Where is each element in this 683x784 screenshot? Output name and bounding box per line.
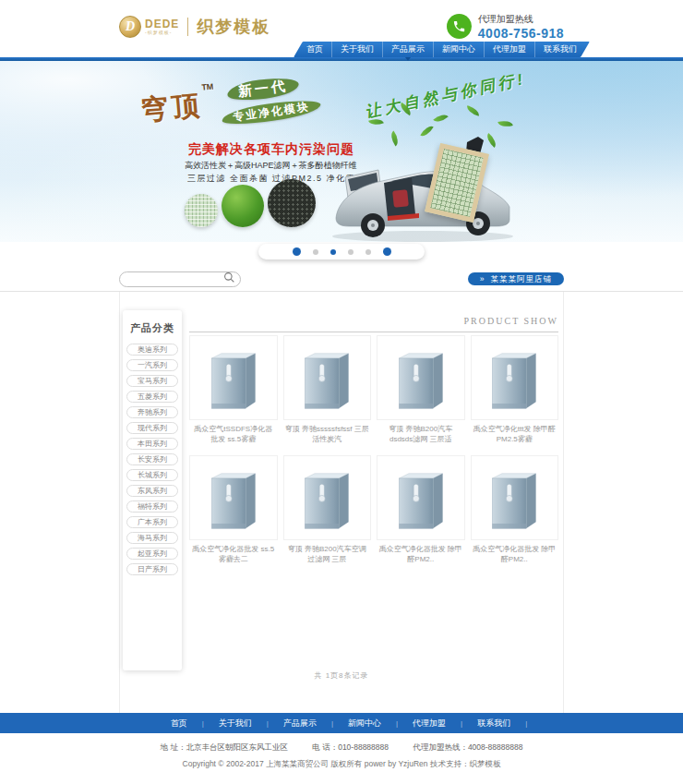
phone-icon <box>447 14 472 39</box>
search-icon[interactable] <box>223 271 235 287</box>
product-card[interactable]: 禹众空气净化器批发 除甲醛PM2.. <box>471 455 559 566</box>
product-title: 穹顶 奔驰sssssfsfssf 三层活性炭汽 <box>283 424 372 446</box>
footer-copyright: Copyright © 2002-2017 上海某某商贸公司 版权所有 powe… <box>0 759 683 770</box>
banner-brand-text: 穹顶TM <box>138 82 217 130</box>
nav-item[interactable]: 代理加盟 <box>484 42 534 57</box>
footer-nav-item[interactable]: 新闻中心 <box>348 718 381 730</box>
sidebar-category[interactable]: 起亚系列 <box>126 548 178 560</box>
search-input[interactable] <box>128 274 223 283</box>
product-card[interactable]: 禹众空气净化ttt发 除甲醛PM2.5雾霾 <box>471 335 559 446</box>
product-title: 禹众空气tSSDFS净化器批发 ss.5雾霾 <box>189 424 278 446</box>
sidebar-category[interactable]: 宝马系列 <box>126 375 178 387</box>
carousel-dot[interactable] <box>383 247 391 256</box>
footer-nav-item[interactable]: 代理加盟 <box>413 718 446 730</box>
trademark-symbol: TM <box>201 82 214 92</box>
nav-item[interactable]: 产品展示 <box>382 42 433 57</box>
category-sidebar: 产品分类 奥迪系列一汽系列宝马系列五菱系列奔驰系列现代系列本田系列长安系列长城系… <box>123 310 182 670</box>
sidebar-category[interactable]: 五菱系列 <box>126 391 178 403</box>
footer-nav-item[interactable]: 联系我们 <box>477 718 510 730</box>
product-title: 禹众空气净化ttt发 除甲醛PM2.5雾霾 <box>471 424 559 446</box>
sidebar-category[interactable]: 奔驰系列 <box>126 406 178 418</box>
leaf-decoration <box>433 111 449 126</box>
product-title: 禹众空气净化器批发 ss.5雾霾去二 <box>189 544 278 566</box>
hotline-phone: 4008-756-918 <box>478 26 564 41</box>
footer-nav-separator: | <box>331 719 333 728</box>
sidebar-category[interactable]: 一汽系列 <box>126 359 178 371</box>
site-logo[interactable]: D DEDE -织梦模板- 织梦模板 <box>119 16 270 38</box>
search-box[interactable] <box>119 271 241 287</box>
footer-tel: 电 话：010-88888888 <box>312 742 389 752</box>
carousel-dot[interactable] <box>313 249 318 255</box>
carousel-dot[interactable] <box>293 247 301 256</box>
hotline-block: 代理加盟热线 4008-756-918 <box>447 13 564 41</box>
footer-nav-separator: | <box>396 719 398 728</box>
footer-nav-separator: | <box>461 719 462 728</box>
footer-contact-line: 地 址：北京丰台区朝阳区东风工业区 电 话：010-88888888 代理加盟热… <box>0 742 683 754</box>
footer-nav-separator: | <box>267 719 269 728</box>
footer-nav-item[interactable]: 产品展示 <box>283 718 317 730</box>
carousel-dot[interactable] <box>365 249 371 255</box>
carousel-dot[interactable] <box>330 249 336 255</box>
footer-nav-item[interactable]: 首页 <box>171 718 187 730</box>
logo-coin-icon: D <box>119 16 141 38</box>
product-title: 禹众空气净化器批发 除甲醛PM2.. <box>377 544 465 566</box>
air-purifier-image <box>377 455 465 540</box>
product-card[interactable]: 穹顶 奔驰B200汽车dsdsds滤网 三层适 <box>377 335 465 446</box>
main-nav: 首页关于我们产品展示新闻中心代理加盟联系我们 <box>298 42 585 57</box>
main-nav-list: 首页关于我们产品展示新闻中心代理加盟联系我们 <box>298 42 585 57</box>
site-header: D DEDE -织梦模板- 织梦模板 代理加盟热线 4008-756-918 首… <box>0 0 683 57</box>
sidebar-category[interactable]: 福特系列 <box>126 501 178 513</box>
activated-carbon-circle <box>268 179 316 227</box>
carousel-dot[interactable] <box>348 249 353 255</box>
hotline-label: 代理加盟热线 <box>478 13 564 26</box>
main-content: 产品分类 奥迪系列一汽系列宝马系列五菱系列奔驰系列现代系列本田系列长安系列长城系… <box>119 292 564 713</box>
product-section-title: PRODUCT SHOW <box>189 316 558 332</box>
air-purifier-image <box>189 335 278 420</box>
logo-title: 织梦模板 <box>197 16 270 38</box>
tea-leaf-circle <box>222 185 264 227</box>
sidebar-title: 产品分类 <box>123 310 182 344</box>
logo-brand-subtext: -织梦模板- <box>145 30 179 35</box>
footer-info: 地 址：北京丰台区朝阳区东风工业区 电 话：010-88888888 代理加盟热… <box>0 733 683 770</box>
sidebar-category[interactable]: 现代系列 <box>126 422 178 434</box>
sidebar-category[interactable]: 东风系列 <box>126 485 178 497</box>
store-link-button[interactable]: » 某某某阿里店铺 <box>468 272 564 285</box>
nav-item[interactable]: 关于我们 <box>331 42 382 57</box>
product-card[interactable]: 禹众空气净化器批发 ss.5雾霾去二 <box>189 455 278 566</box>
sidebar-category[interactable]: 长安系列 <box>126 453 178 465</box>
category-list: 奥迪系列一汽系列宝马系列五菱系列奔驰系列现代系列本田系列长安系列长城系列东风系列… <box>123 344 182 575</box>
carousel-pager <box>258 244 425 259</box>
air-purifier-image <box>471 455 559 540</box>
product-card[interactable]: 穹顶 奔驰sssssfsfssf 三层活性炭汽 <box>283 335 372 446</box>
product-card[interactable]: 穹顶 奔驰B200汽车空调过滤网 三层 <box>283 455 372 566</box>
product-card[interactable]: 禹众空气净化器批发 除甲醛PM2.. <box>377 455 465 566</box>
nav-item[interactable]: 首页 <box>298 42 331 57</box>
air-purifier-image <box>189 455 278 540</box>
nav-item[interactable]: 新闻中心 <box>433 42 484 57</box>
banner-material-circles <box>185 179 316 227</box>
air-purifier-image <box>471 335 559 420</box>
sidebar-category[interactable]: 日产系列 <box>126 563 178 575</box>
product-title: 穹顶 奔驰B200汽车空调过滤网 三层 <box>283 544 372 566</box>
sidebar-category[interactable]: 广本系列 <box>126 516 178 528</box>
sidebar-category[interactable]: 长城系列 <box>126 469 178 481</box>
sidebar-category[interactable]: 本田系列 <box>126 438 178 450</box>
footer-nav-separator: | <box>202 719 204 728</box>
leaf-decoration <box>465 105 481 116</box>
hero-banner[interactable]: 穹顶TM 新一代 专业净化模块 完美解决各项车内污染问题 高效活性炭＋高级HAP… <box>0 61 683 242</box>
air-purifier-image <box>377 335 465 420</box>
product-card[interactable]: 禹众空气tSSDFS净化器批发 ss.5雾霾 <box>189 335 278 446</box>
sidebar-category[interactable]: 海马系列 <box>126 532 178 544</box>
double-arrow-icon: » <box>480 272 485 285</box>
logo-brand-text: DEDE <box>145 18 179 30</box>
footer-address: 地 址：北京丰台区朝阳区东风工业区 <box>161 742 288 752</box>
product-grid: 禹众空气tSSDFS净化器批发 ss.5雾霾穹顶 奔驰sssssfsfssf 三… <box>189 335 558 566</box>
sidebar-category[interactable]: 奥迪系列 <box>126 344 178 356</box>
logo-brand: DEDE -织梦模板- <box>145 18 179 35</box>
logo-divider <box>187 18 188 36</box>
store-link-label: 某某某阿里店铺 <box>491 272 553 285</box>
footer-nav-item[interactable]: 关于我们 <box>219 718 252 730</box>
nav-item[interactable]: 联系我们 <box>534 42 585 57</box>
pagination-info: 共 1页8条记录 <box>120 670 563 681</box>
banner-badge-line1: 新一代 <box>226 75 300 103</box>
